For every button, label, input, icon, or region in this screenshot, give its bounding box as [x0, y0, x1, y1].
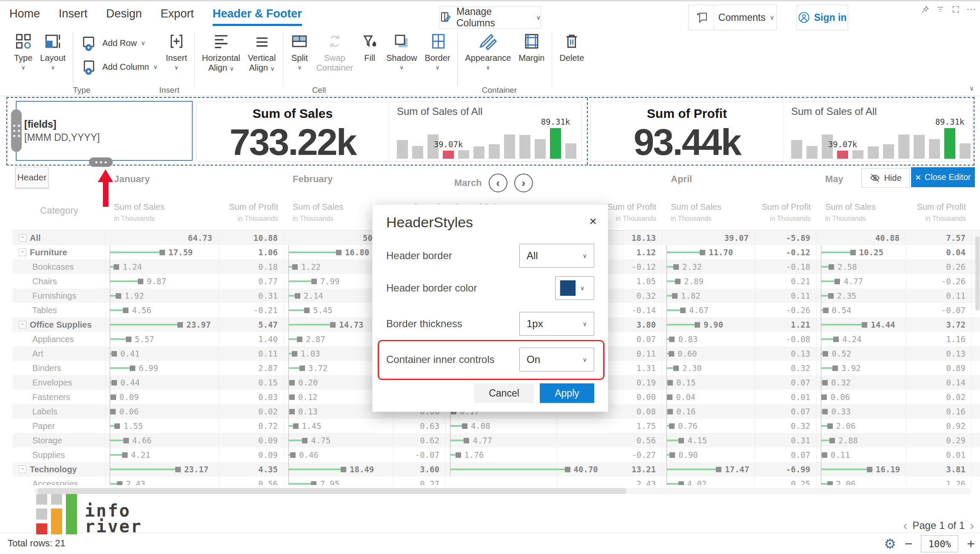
sales-cell: 0.54: [817, 303, 906, 317]
ribbon-toolbar: Type∨Layout∨Add Row∨Add Column∨Insert∨Ho…: [0, 28, 980, 95]
kpi-card-profit[interactable]: Sum of Profit 93.44k Sum of Sales of All…: [590, 102, 973, 162]
zoom-out-button[interactable]: −: [905, 537, 913, 551]
lollipop-value: 2.14: [304, 291, 323, 300]
vertical-scrollbar-thumb[interactable]: [975, 236, 980, 311]
fill-button[interactable]: Fill: [361, 32, 379, 63]
table-row[interactable]: Accessories2.430.567.950.272.434.020.252…: [13, 477, 980, 485]
header-border-select[interactable]: All∨: [519, 244, 594, 268]
more-options-icon[interactable]: ⋯: [966, 5, 976, 14]
table-row[interactable]: Paper1.550.721.450.634.081.750.760.322.0…: [13, 419, 980, 433]
kpi-title: Sum of Profit: [647, 106, 727, 121]
kpi-card-sales[interactable]: Sum of Sales 733.22k Sum of Sales of All…: [196, 102, 582, 162]
vertical-scrollbar[interactable]: [975, 236, 980, 481]
shadow-button[interactable]: Shadow∨: [386, 32, 417, 71]
table-row[interactable]: Supplies4.210.090.46-0.071.76-0.270.900.…: [13, 448, 980, 462]
filter-lines-icon[interactable]: [936, 5, 945, 14]
toolbar-separator: [194, 32, 195, 86]
sales-cell: 1.92: [105, 288, 219, 303]
lollipop-marker: [111, 394, 116, 400]
collapse-icon[interactable]: −: [19, 234, 26, 242]
field-placeholder-cell[interactable]: [fields] [MMM DD,YYYY]: [16, 101, 193, 161]
margin-button[interactable]: Margin: [518, 32, 544, 63]
profit-cell: 0.62: [393, 433, 446, 448]
profit-cell: 0.11: [906, 288, 972, 303]
next-month-button[interactable]: ›: [514, 174, 533, 192]
manage-columns-button[interactable]: Manage Columns ∨: [439, 6, 541, 29]
lollipop-value: 0.06: [830, 392, 850, 402]
spark-bar-rect: [868, 146, 879, 159]
lollipop-marker: [850, 250, 856, 255]
dialog-close-icon[interactable]: ×: [589, 215, 597, 228]
header-tab[interactable]: Header: [15, 167, 48, 188]
tab-insert[interactable]: Insert: [59, 7, 88, 26]
drag-handle-left[interactable]: [11, 109, 22, 152]
table-row[interactable]: Storage4.660.094.750.624.770.564.150.312…: [13, 433, 980, 448]
delete-button[interactable]: Delete: [559, 32, 584, 63]
border-thickness-select[interactable]: 1px∨: [519, 312, 594, 336]
zoom-level-field[interactable]: 100%: [921, 535, 958, 552]
vertical-align-button[interactable]: VerticalAlign ∨: [248, 32, 276, 73]
sign-in-button[interactable]: Sign in: [796, 5, 848, 30]
collapse-icon[interactable]: −: [19, 465, 26, 473]
lollipop-chart: 0.06: [110, 404, 218, 419]
horizontal-scrollbar-thumb[interactable]: [37, 488, 627, 494]
layout-button[interactable]: Layout∨: [40, 32, 66, 71]
focus-mode-icon[interactable]: [951, 5, 960, 14]
cell-value: 0.16: [906, 407, 971, 416]
next-page-icon[interactable]: ›: [970, 518, 974, 533]
table-row[interactable]: −Technology23.174.3518.493.6040.7013.211…: [13, 462, 980, 477]
pin-icon[interactable]: [920, 5, 930, 14]
sales-cell: 9.87: [105, 274, 219, 288]
collapse-ribbon-icon[interactable]: ∨: [969, 85, 974, 92]
month-name: April: [671, 174, 692, 185]
close-editor-button[interactable]: × Close Editor: [911, 167, 975, 187]
spark-bar-label: 89.31k: [935, 117, 965, 126]
lollipop-value: 4.21: [131, 450, 151, 460]
collapse-icon[interactable]: −: [19, 248, 26, 256]
apply-button[interactable]: Apply: [540, 383, 594, 403]
zoom-in-button[interactable]: +: [967, 537, 975, 551]
prev-month-button[interactable]: ‹: [489, 174, 507, 192]
type-button[interactable]: Type∨: [14, 32, 32, 71]
tab-design[interactable]: Design: [106, 7, 142, 26]
cell-value: 40.88: [817, 233, 906, 243]
spark-bar-rect: [458, 150, 469, 159]
split-button[interactable]: Split∨: [291, 32, 308, 71]
header-banner: [fields] [MMM DD,YYYY] Sum of Sales 733.…: [6, 97, 974, 166]
horizontal-scrollbar[interactable]: [34, 488, 972, 494]
spark-bar: [458, 150, 469, 159]
add-column-button[interactable]: Add Column∨: [81, 58, 157, 75]
cancel-button[interactable]: Cancel: [474, 383, 534, 403]
hide-button[interactable]: Hide: [861, 168, 910, 188]
cell-value: 0.13: [906, 349, 971, 358]
cell-value: 0.13: [755, 349, 816, 358]
lollipop-value: 1.82: [681, 291, 701, 300]
drag-handle-bottom[interactable]: [89, 157, 113, 167]
eye-off-icon: [869, 172, 880, 183]
comments-button[interactable]: Comments ∨: [688, 5, 777, 30]
appearance-button[interactable]: Appearance∨: [465, 32, 511, 71]
fill-label: Fill: [364, 53, 375, 63]
lollipop-line: [821, 483, 827, 485]
add-row-button[interactable]: Add Row∨: [81, 34, 157, 51]
insert-button[interactable]: Insert∨: [166, 32, 187, 71]
lollipop-marker: [289, 409, 295, 414]
chevron-down-icon: ∨: [436, 64, 440, 71]
header-border-color-picker[interactable]: ∨: [555, 276, 594, 300]
close-icon: ×: [915, 171, 921, 183]
horizontal-align-button[interactable]: HorizontalAlign ∨: [202, 32, 240, 73]
prev-page-icon[interactable]: ‹: [903, 518, 907, 533]
lollipop-value: 1.45: [302, 421, 322, 431]
tab-header-footer[interactable]: Header & Footer: [213, 7, 302, 26]
settings-gear-icon[interactable]: ⚙: [884, 536, 896, 552]
container-inner-controls-select[interactable]: On∨: [519, 348, 594, 371]
sales-cell: 17.59: [105, 245, 219, 260]
sales-cell: 4.75: [284, 433, 393, 448]
tab-export[interactable]: Export: [161, 7, 194, 26]
lollipop-line: [821, 251, 850, 253]
border-button[interactable]: Border∨: [424, 32, 450, 71]
tab-home[interactable]: Home: [9, 7, 40, 26]
collapse-icon[interactable]: −: [19, 321, 26, 328]
lollipop-marker: [111, 380, 117, 386]
lollipop-line: [110, 280, 138, 282]
